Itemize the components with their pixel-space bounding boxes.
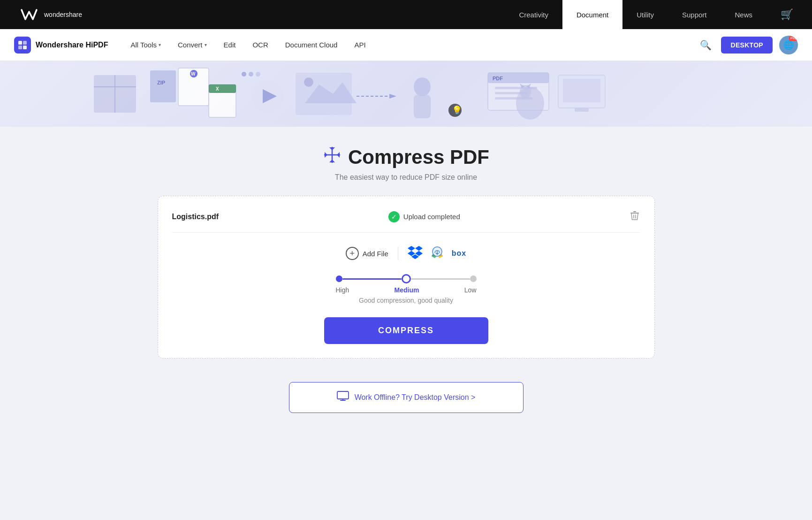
svg-point-22 — [304, 77, 313, 87]
monitor-icon — [337, 391, 349, 404]
svg-marker-44 — [329, 147, 335, 150]
file-area: Logistics.pdf ✓ Upload completed — [158, 196, 655, 359]
nav-support[interactable]: Support — [668, 0, 721, 29]
svg-rect-7 — [150, 70, 176, 102]
page-title-text: Compress PDF — [348, 146, 489, 168]
upload-status: ✓ Upload completed — [388, 211, 460, 222]
svg-point-17 — [242, 72, 246, 76]
nav-api[interactable]: API — [346, 29, 374, 61]
svg-text:💡: 💡 — [452, 105, 463, 115]
delete-button[interactable] — [630, 210, 640, 223]
secondary-navigation: Wondershare HiPDF All Tools ▾ Convert ▾ … — [0, 29, 812, 61]
svg-rect-48 — [630, 213, 639, 214]
main-content: Compress PDF The easiest way to reduce P… — [148, 127, 664, 441]
cart-icon[interactable]: 🛒 — [781, 8, 793, 21]
sec-nav-items: All Tools ▾ Convert ▾ Edit OCR Document … — [122, 29, 697, 61]
upload-status-text: Upload completed — [403, 213, 460, 221]
divider — [398, 247, 398, 260]
compression-label-high: High — [336, 286, 349, 294]
svg-marker-47 — [337, 152, 340, 158]
compression-labels: High Medium Low — [336, 286, 477, 294]
compression-low-dot[interactable] — [470, 275, 477, 282]
svg-point-18 — [249, 72, 253, 76]
plus-circle-icon: + — [346, 247, 359, 260]
add-file-label: Add File — [363, 250, 388, 258]
desktop-button[interactable]: DESKTOP — [721, 37, 773, 54]
page-title: Compress PDF — [158, 145, 655, 168]
nav-document-cloud[interactable]: Document Cloud — [277, 29, 346, 61]
dropbox-icon[interactable] — [408, 246, 423, 261]
svg-point-25 — [414, 77, 431, 96]
track-line-right — [411, 278, 470, 280]
google-drive-icon[interactable] — [430, 246, 444, 261]
svg-rect-37 — [575, 108, 589, 112]
sec-nav-right: 🔍 DESKTOP 🌐 Pro — [697, 36, 798, 54]
svg-rect-56 — [337, 391, 349, 399]
hipdf-name: Wondershare HiPDF — [36, 41, 108, 49]
file-header: Logistics.pdf ✓ Upload completed — [172, 210, 640, 233]
add-file-row: + Add File — [172, 246, 640, 261]
logo-text: wondershare — [44, 11, 82, 18]
svg-text:ZIP: ZIP — [157, 80, 165, 85]
top-nav-links: Creativity Document Utility Support News — [505, 0, 766, 29]
file-name: Logistics.pdf — [172, 213, 219, 221]
svg-marker-46 — [325, 152, 327, 158]
svg-rect-26 — [414, 95, 431, 118]
svg-rect-0 — [18, 41, 22, 45]
hero-illustration: ZIP W X 💡 PDF — [0, 61, 812, 127]
offline-text: Work Offline? Try Desktop Version > — [355, 393, 476, 402]
compression-medium-dot[interactable] — [402, 274, 411, 283]
svg-rect-13 — [209, 84, 236, 93]
avatar[interactable]: 🌐 Pro — [779, 36, 798, 54]
nav-document[interactable]: Document — [562, 0, 622, 29]
svg-marker-24 — [389, 94, 396, 99]
svg-rect-49 — [633, 211, 636, 212]
check-circle-icon: ✓ — [388, 211, 400, 222]
top-navigation: wondershare Creativity Document Utility … — [0, 0, 812, 29]
chevron-down-icon: ▾ — [159, 42, 161, 47]
avatar-image: 🌐 — [783, 40, 794, 50]
compress-button[interactable]: COMPRESS — [324, 317, 488, 344]
offline-banner[interactable]: Work Offline? Try Desktop Version > — [289, 382, 524, 413]
compression-selector: High Medium Low Good compression, good q… — [172, 274, 640, 304]
svg-text:PDF: PDF — [493, 76, 503, 81]
box-icon[interactable]: box — [452, 249, 466, 258]
svg-rect-2 — [18, 46, 22, 49]
pro-badge: Pro — [789, 36, 798, 41]
nav-utility[interactable]: Utility — [622, 0, 668, 29]
svg-marker-45 — [329, 160, 335, 162]
nav-edit[interactable]: Edit — [215, 29, 244, 61]
svg-rect-3 — [23, 46, 27, 49]
compression-description: Good compression, good quality — [359, 297, 453, 304]
nav-ocr[interactable]: OCR — [244, 29, 276, 61]
trash-icon — [630, 212, 640, 222]
compression-label-low: Low — [464, 286, 477, 294]
search-button[interactable]: 🔍 — [697, 37, 714, 54]
svg-point-19 — [256, 72, 260, 76]
svg-rect-36 — [563, 79, 600, 102]
nav-news[interactable]: News — [721, 0, 766, 29]
compress-icon — [323, 145, 341, 168]
nav-creativity[interactable]: Creativity — [505, 0, 562, 29]
nav-convert[interactable]: Convert ▾ — [169, 29, 215, 61]
add-file-button[interactable]: + Add File — [346, 247, 388, 260]
logo[interactable]: wondershare — [19, 6, 82, 23]
hipdf-icon — [14, 37, 31, 54]
hero-banner: ZIP W X 💡 PDF — [0, 61, 812, 127]
page-title-section: Compress PDF The easiest way to reduce P… — [158, 145, 655, 182]
track-line-left — [342, 278, 402, 280]
hipdf-brand[interactable]: Wondershare HiPDF — [14, 37, 108, 54]
svg-text:X: X — [216, 86, 219, 92]
compression-label-medium: Medium — [395, 286, 419, 294]
svg-rect-1 — [23, 41, 27, 45]
page-subtitle: The easiest way to reduce PDF size onlin… — [158, 173, 655, 182]
compression-track — [336, 274, 477, 283]
svg-text:W: W — [191, 71, 196, 76]
compression-high-dot[interactable] — [336, 275, 342, 282]
cloud-icons: box — [408, 246, 466, 261]
search-icon: 🔍 — [700, 40, 712, 50]
chevron-down-icon: ▾ — [205, 42, 207, 47]
nav-all-tools[interactable]: All Tools ▾ — [122, 29, 169, 61]
